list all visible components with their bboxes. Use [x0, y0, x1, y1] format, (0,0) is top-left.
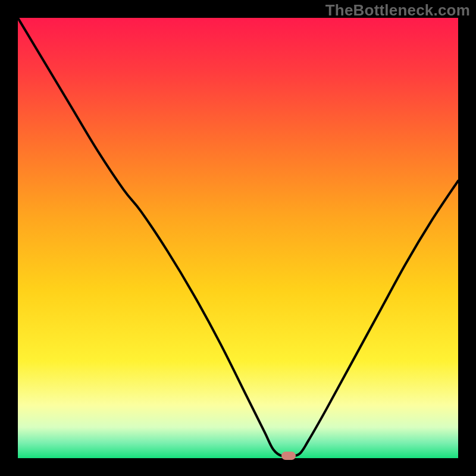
optimal-point-marker — [281, 452, 296, 460]
bottleneck-plot — [18, 18, 458, 458]
chart-frame: TheBottleneck.com — [0, 0, 476, 476]
gradient-background — [18, 18, 458, 458]
watermark-text: TheBottleneck.com — [325, 1, 470, 20]
